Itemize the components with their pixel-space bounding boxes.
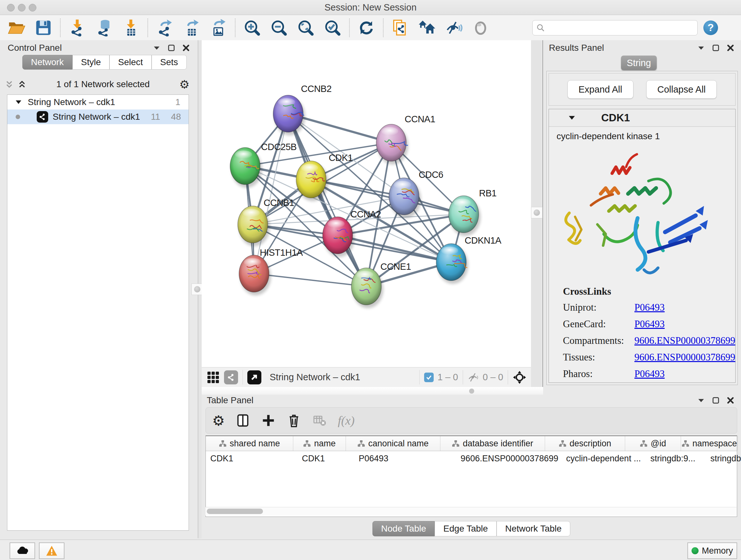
selected-items-checkbox[interactable]	[424, 373, 434, 382]
import-table-icon[interactable]	[122, 19, 140, 37]
export-image-icon[interactable]	[209, 19, 227, 37]
network-node-CDC25B[interactable]	[230, 147, 262, 188]
export-network-icon[interactable]	[156, 19, 174, 37]
expand-all-button[interactable]: Expand All	[567, 80, 633, 99]
network-node-CCNB1[interactable]	[238, 206, 270, 246]
tab-sets[interactable]: Sets	[151, 55, 187, 70]
cell-name[interactable]: CDK1	[297, 451, 354, 466]
network-share-icon[interactable]	[224, 370, 238, 384]
warnings-button[interactable]	[39, 543, 64, 559]
splitter-handle-right[interactable]	[531, 207, 542, 219]
network-node-RB1[interactable]	[449, 196, 481, 236]
network-view[interactable]: CCNB2CCNA1CDC25BCDK1CDC6RB1CCNB1CCNA2CDK…	[202, 40, 531, 367]
cell-description[interactable]: cyclin-dependent ...	[562, 451, 646, 466]
collapse-all-button[interactable]: Collapse All	[646, 80, 717, 99]
network-node-CCNB2[interactable]	[273, 95, 305, 135]
birdseye-view-icon[interactable]	[247, 370, 261, 384]
expand-all-networks-icon[interactable]	[4, 79, 14, 89]
tab-edge-table[interactable]: Edge Table	[434, 521, 496, 537]
string-import-icon[interactable]	[391, 19, 409, 37]
column-header-namespace[interactable]: namespace	[681, 436, 738, 451]
float-panel-icon[interactable]	[167, 44, 176, 52]
zoom-fit-icon[interactable]	[297, 19, 315, 37]
column-header-id[interactable]: @id	[625, 436, 681, 451]
cell-databaseidentifier[interactable]: 9606.ENSP00000378699	[453, 451, 562, 466]
network-node-CCNA2[interactable]	[323, 217, 354, 257]
network-node-HIST1H1A[interactable]	[239, 255, 271, 295]
tab-network-table[interactable]: Network Table	[496, 521, 570, 537]
search-input[interactable]	[547, 22, 686, 33]
section-caret-icon[interactable]	[567, 113, 576, 122]
crosslink-link[interactable]: P06493	[634, 302, 665, 313]
zoom-out-icon[interactable]	[270, 19, 288, 37]
network-options-gear-icon[interactable]: ⚙	[179, 78, 190, 91]
collapse-all-networks-icon[interactable]	[17, 79, 27, 89]
memory-button[interactable]: Memory	[687, 543, 737, 559]
column-header-databaseidentifier[interactable]: database identifier	[441, 436, 545, 451]
search-field[interactable]	[532, 20, 697, 36]
collapse-panel-icon[interactable]	[697, 396, 705, 405]
column-header-sharedname[interactable]: shared name	[206, 436, 293, 451]
zoom-in-icon[interactable]	[243, 19, 261, 37]
cell-id[interactable]: stringdb:9...	[646, 451, 706, 466]
tab-select[interactable]: Select	[110, 55, 151, 70]
tab-node-table[interactable]: Node Table	[373, 521, 434, 537]
float-panel-icon[interactable]	[712, 396, 720, 405]
collection-caret-icon[interactable]	[14, 98, 23, 106]
column-header-name[interactable]: name	[293, 436, 346, 451]
cell-namespace[interactable]: stringdb	[706, 451, 741, 466]
apply-layout-icon[interactable]	[357, 19, 375, 37]
help-icon[interactable]: ?	[703, 20, 718, 35]
collapse-panel-icon[interactable]	[152, 44, 161, 52]
column-header-description[interactable]: description	[545, 436, 625, 451]
cell-canonicalname[interactable]: P06493	[354, 451, 453, 466]
table-horizontal-scrollbar[interactable]	[205, 507, 737, 516]
show-columns-icon[interactable]	[235, 413, 250, 428]
save-session-icon[interactable]	[35, 19, 52, 37]
network-edge-CCNB2-CCNE1[interactable]	[288, 114, 366, 287]
cell-sharedname[interactable]: CDK1	[206, 451, 297, 466]
crosslink-link[interactable]: 9606.ENSP00000378699	[634, 335, 735, 347]
crosslink-link[interactable]: P06493	[634, 318, 665, 330]
crosslink-link[interactable]: 9606.ENSP00000378699	[634, 352, 735, 363]
hide-unselected-icon[interactable]	[445, 19, 463, 37]
show-all-icon[interactable]	[472, 19, 489, 37]
zoom-selected-icon[interactable]	[324, 19, 341, 37]
table-row[interactable]: CDK1CDK1P064939606.ENSP00000378699cyclin…	[206, 451, 737, 466]
import-network-from-database-icon[interactable]	[95, 19, 113, 37]
close-panel-icon[interactable]	[726, 396, 735, 405]
tab-network[interactable]: Network	[22, 55, 72, 70]
horizontal-splitter[interactable]	[202, 387, 543, 395]
splitter-handle-icon[interactable]	[469, 388, 474, 394]
network-row[interactable]: String Network – cdk1 11 48	[7, 110, 189, 124]
delete-column-icon[interactable]	[286, 413, 301, 428]
open-session-icon[interactable]	[8, 19, 25, 37]
crosslink-link[interactable]: P06493	[634, 368, 665, 380]
column-header-canonicalname[interactable]: canonical name	[346, 436, 441, 451]
node-table[interactable]: shared namenamecanonical namedatabase id…	[205, 435, 737, 517]
crosslink-label: Pharos:	[563, 368, 634, 380]
grid-mode-icon[interactable]	[207, 372, 219, 383]
close-panel-icon[interactable]	[182, 44, 190, 52]
splitter-handle-left[interactable]	[192, 284, 203, 295]
network-node-CDKN1A[interactable]	[436, 244, 468, 284]
network-node-CCNE1[interactable]	[351, 268, 383, 308]
add-column-icon[interactable]	[261, 413, 276, 428]
pan-crosshair-icon[interactable]	[513, 370, 527, 384]
export-table-icon[interactable]	[183, 19, 200, 37]
close-panel-icon[interactable]	[726, 44, 735, 52]
table-options-gear-icon[interactable]: ⚙	[212, 413, 225, 429]
window-title: Session: New Session	[0, 2, 741, 13]
tab-style[interactable]: Style	[72, 55, 110, 70]
network-collection-row[interactable]: String Network – cdk1 1	[7, 95, 189, 110]
import-network-icon[interactable]	[68, 19, 86, 37]
tab-string[interactable]: String	[621, 56, 657, 70]
network-node-CDC6[interactable]	[389, 178, 421, 218]
home-icon[interactable]	[418, 19, 436, 37]
collapse-panel-icon[interactable]	[697, 44, 705, 52]
network-node-CCNA1[interactable]	[376, 124, 408, 165]
scrollbar-thumb[interactable]	[207, 509, 263, 514]
float-panel-icon[interactable]	[712, 44, 720, 52]
network-name: String Network – cdk1	[53, 112, 140, 122]
cloud-status-button[interactable]	[10, 543, 35, 559]
